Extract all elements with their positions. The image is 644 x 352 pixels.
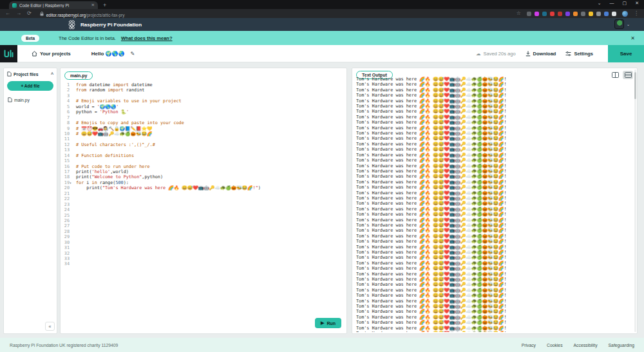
tab-search-icon[interactable]: ⌄ xyxy=(598,1,601,6)
reload-icon[interactable]: ⟳ xyxy=(27,9,32,18)
code-line[interactable]: 25 xyxy=(61,213,346,218)
beta-banner-link[interactable]: What does this mean? xyxy=(121,35,173,41)
footer-link-cookies[interactable]: Cookies xyxy=(547,343,563,347)
code-line[interactable]: 23 xyxy=(61,202,346,207)
collapse-chevron-up-icon[interactable]: ^ xyxy=(51,72,53,77)
code-line[interactable]: 32 xyxy=(61,251,346,256)
code-line[interactable]: 5world = '🌍🌎🌏' xyxy=(61,104,346,109)
code-line[interactable]: 30 xyxy=(61,240,346,245)
code-line[interactable]: 22 xyxy=(61,196,346,201)
page-footer: Raspberry Pi Foundation UK registered ch… xyxy=(0,338,644,352)
minimize-button[interactable]: — xyxy=(610,1,614,6)
browser-menu-icon[interactable]: ⋮ xyxy=(634,9,639,18)
output-line: Tom's Hardware was here 🌈🔥 😀😅❤️📺🤖🔑☁️🐢🍏🎃🐝… xyxy=(356,142,632,147)
save-button[interactable]: Save xyxy=(608,45,644,62)
bookmark-star-icon[interactable]: ☆ xyxy=(516,9,521,18)
extension-icon[interactable] xyxy=(581,12,585,16)
browser-tab[interactable]: Code Editor | Raspberry Pi ✕ xyxy=(9,1,98,9)
beta-banner-text: The Code Editor is in beta. xyxy=(59,35,116,41)
code-line[interactable]: 27 xyxy=(61,223,346,228)
beta-badge: Beta xyxy=(21,35,39,42)
download-button[interactable]: Download xyxy=(526,51,556,57)
project-files-header[interactable]: Project files ^ xyxy=(4,68,57,79)
code-line[interactable]: 31 xyxy=(61,245,346,250)
output-scrollbar-thumb[interactable] xyxy=(634,72,636,99)
code-line[interactable]: 21 xyxy=(61,191,346,196)
code-line[interactable]: 8# Emojis to copy and paste into your co… xyxy=(61,120,346,125)
extension-icon[interactable] xyxy=(573,12,578,16)
code-line[interactable]: 12# Useful characters :',()"_/.# xyxy=(61,142,346,147)
download-label: Download xyxy=(533,51,556,57)
url-path: /projects/attic-fax-pry xyxy=(86,13,124,17)
sidebar-item-main-py[interactable]: main.py xyxy=(4,95,57,105)
output-line: Tom's Hardware was here 🌈🔥 😀😅❤️📺🤖🔑☁️🐢🍏🎃🐝… xyxy=(356,109,632,114)
code-line[interactable]: 29 xyxy=(61,234,346,239)
footer-link-safeguarding[interactable]: Safeguarding xyxy=(609,343,634,347)
code-line[interactable]: 10# 😀😅❤️📺🤖🔑☁️🐢🍏🎃🐝😂🌈 xyxy=(61,131,346,136)
extension-icon[interactable] xyxy=(558,12,562,16)
extension-icon[interactable] xyxy=(527,12,531,16)
code-line[interactable]: 13 xyxy=(61,147,346,153)
output-line: Tom's Hardware was here 🌈🔥 😀😅❤️📺🤖🔑☁️🐢🍏🎃🐝… xyxy=(356,261,632,266)
code-line[interactable]: 9# 📅⏰😎🚗👩‍🔬🔨🔒🌍📘✏️📕⭐💛 xyxy=(61,126,346,131)
code-lines[interactable]: 1from datetime import datetime2from rand… xyxy=(61,82,346,318)
code-line[interactable]: 7 xyxy=(61,115,346,120)
extension-icon[interactable] xyxy=(565,12,570,16)
code-line[interactable]: 17print('hello',world) xyxy=(61,169,346,174)
footer-link-accessibility[interactable]: Accessibility xyxy=(574,343,598,347)
edit-title-pencil-icon[interactable]: ✎ xyxy=(131,51,135,57)
code-line[interactable]: 1from datetime import datetime xyxy=(61,82,346,88)
code-line[interactable]: 2from random import randint xyxy=(61,88,346,93)
run-button[interactable]: ▶ Run xyxy=(315,318,341,328)
code-line[interactable]: 15 xyxy=(61,158,346,163)
user-avatar[interactable] xyxy=(614,19,624,29)
code-line[interactable]: 18print("Welcome to Python",python) xyxy=(61,174,346,180)
code-line[interactable]: 11 xyxy=(61,136,346,142)
code-editor-logo[interactable] xyxy=(0,45,17,62)
account-chevron-down-icon[interactable]: ⌄ xyxy=(627,22,630,26)
code-line[interactable]: 16# Put code to run under here xyxy=(61,164,346,169)
footer-link-privacy[interactable]: Privacy xyxy=(522,343,536,347)
extension-icon[interactable] xyxy=(589,12,593,16)
output-line: Tom's Hardware was here 🌈🔥 😀😅❤️📺🤖🔑☁️🐢🍏🎃🐝… xyxy=(356,228,632,233)
code-line[interactable]: 33 xyxy=(61,256,346,261)
project-title: Hello 🌍🌎🌏 xyxy=(91,51,125,57)
extension-icon[interactable] xyxy=(604,12,609,16)
banner-close-icon[interactable]: ✕ xyxy=(630,35,635,41)
output-line: Tom's Hardware was here 🌈🔥 😀😅❤️📺🤖🔑☁️🐢🍏🎃🐝… xyxy=(356,77,632,82)
window-close-button[interactable]: ✕ xyxy=(635,1,639,6)
output-line: Tom's Hardware was here 🌈🔥 😀😅❤️📺🤖🔑☁️🐢🍏🎃🐝… xyxy=(356,180,632,185)
code-line[interactable]: 34 xyxy=(61,261,346,266)
output-line: Tom's Hardware was here 🌈🔥 😀😅❤️📺🤖🔑☁️🐢🍏🎃🐝… xyxy=(356,304,632,309)
extension-icon[interactable] xyxy=(535,12,539,16)
code-line[interactable]: 24 xyxy=(61,207,346,212)
maximize-button[interactable]: ▢ xyxy=(623,1,627,6)
forward-icon[interactable]: → xyxy=(16,9,21,18)
sidebar-collapse-button[interactable]: « xyxy=(45,322,55,331)
play-icon: ▶ xyxy=(321,320,324,326)
code-line[interactable]: 20 print("Tom's Hardware was here 🌈🔥 😀😅❤… xyxy=(61,185,346,190)
extension-icon[interactable] xyxy=(612,12,616,16)
code-line[interactable]: 28 xyxy=(61,229,346,234)
code-line[interactable]: 14# Function definitions xyxy=(61,153,346,158)
output-line: Tom's Hardware was here 🌈🔥 😀😅❤️📺🤖🔑☁️🐢🍏🎃🐝… xyxy=(356,282,632,287)
main-area: Project files ^ + Add file main.py « mai… xyxy=(0,62,644,338)
add-file-button[interactable]: + Add file xyxy=(7,81,53,91)
extension-icon[interactable] xyxy=(596,12,601,16)
back-icon[interactable]: ← xyxy=(5,9,10,18)
extension-icon[interactable] xyxy=(550,12,554,16)
code-line[interactable]: 4# Emoji variables to use in your projec… xyxy=(61,98,346,104)
output-scrollbar[interactable] xyxy=(634,69,636,332)
extension-icon[interactable] xyxy=(542,12,547,16)
tab-close-icon[interactable]: ✕ xyxy=(91,3,95,8)
browser-profile-avatar[interactable] xyxy=(622,11,628,17)
new-tab-button[interactable]: + xyxy=(103,1,106,9)
output-line: Tom's Hardware was here 🌈🔥 😀😅❤️📺🤖🔑☁️🐢🍏🎃🐝… xyxy=(356,239,632,244)
code-line[interactable]: 3 xyxy=(61,93,346,98)
code-line[interactable]: 6python = 'Python 🐍' xyxy=(61,109,346,115)
settings-button[interactable]: Settings xyxy=(565,51,593,57)
tab-main-py[interactable]: main.py xyxy=(64,71,93,80)
code-line[interactable]: 26 xyxy=(61,218,346,223)
lock-icon xyxy=(40,12,44,16)
your-projects-button[interactable]: Your projects xyxy=(32,51,71,57)
